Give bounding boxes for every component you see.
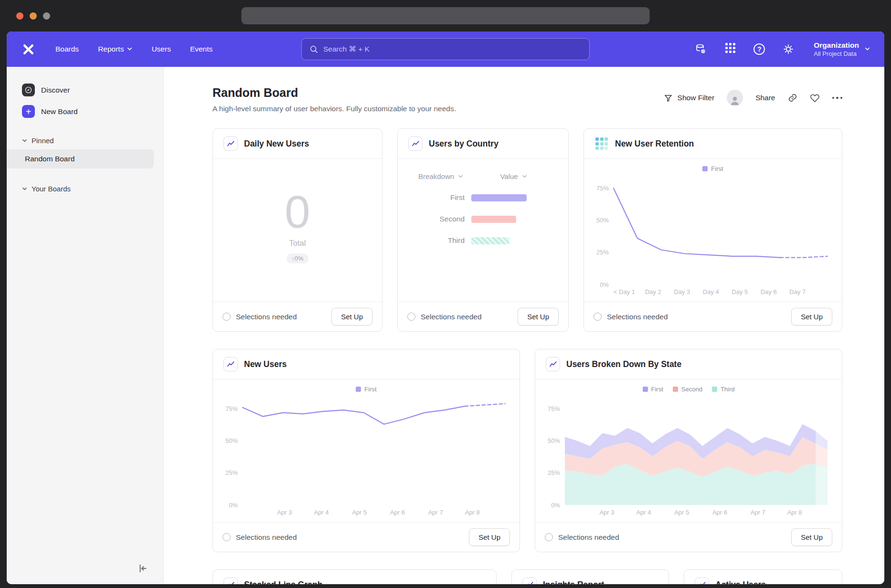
breakdown-bar [471, 237, 509, 244]
copy-link-icon[interactable] [788, 93, 797, 103]
svg-text:Apr 5: Apr 5 [674, 509, 689, 516]
card-footer: Selections needed Set Up [398, 302, 568, 331]
sidebar-item-label: New Board [41, 107, 78, 116]
chevron-down-icon [522, 175, 527, 178]
card-header: Users by Country [398, 129, 568, 159]
chart-legend: First Second Third [535, 379, 842, 394]
set-up-button[interactable]: Set Up [791, 528, 832, 546]
minimize-window-button[interactable] [30, 12, 37, 20]
legend-item: Second [673, 386, 702, 393]
svg-text:75%: 75% [596, 185, 609, 192]
zoom-window-button[interactable] [43, 12, 50, 20]
svg-text:Apr 3: Apr 3 [277, 509, 292, 516]
card-header: New User Retention [584, 129, 842, 159]
set-up-button[interactable]: Set Up [331, 308, 372, 326]
svg-text:0%: 0% [551, 502, 560, 509]
global-search[interactable] [301, 38, 590, 60]
share-button[interactable]: Share [755, 94, 775, 102]
value-dropdown[interactable]: Value [471, 172, 556, 180]
breakdown-bar [471, 194, 527, 201]
status-label: Selections needed [421, 313, 482, 321]
favorite-heart-icon[interactable] [810, 93, 820, 103]
org-project: All Project Data [814, 50, 857, 58]
svg-text:Day 7: Day 7 [789, 288, 806, 295]
sidebar-item-discover[interactable]: Discover [7, 79, 163, 101]
selections-needed-status: Selections needed [407, 313, 482, 321]
mixpanel-logo[interactable] [21, 42, 35, 56]
nav-items: Boards Reports Users Events [55, 45, 212, 53]
selections-needed-status: Selections needed [223, 533, 297, 542]
insights-chart-icon [408, 136, 423, 151]
legend-label: Second [681, 386, 702, 393]
insights-chart-icon [522, 578, 537, 584]
card-header: Stacked Line Graph [213, 570, 496, 584]
search-input[interactable] [323, 45, 582, 53]
card-header: Users Broken Down By State [535, 349, 842, 379]
breakdown-row-label: Second [410, 215, 471, 223]
org-switcher[interactable]: Organization All Project Data [814, 41, 870, 58]
nav-reports[interactable]: Reports [98, 45, 132, 53]
plus-icon: + [22, 105, 35, 118]
insights-chart-icon [223, 357, 238, 371]
insights-chart-icon [223, 578, 238, 584]
card-header: Active Users [684, 570, 842, 584]
svg-text:Apr 4: Apr 4 [314, 509, 329, 516]
data-management-icon[interactable] [694, 43, 707, 55]
metric-delta-badge: ↑0% [286, 253, 308, 263]
svg-text:50%: 50% [596, 217, 609, 224]
set-up-button[interactable]: Set Up [518, 308, 559, 326]
metric-big-value: 0 [285, 189, 310, 235]
settings-gear-icon[interactable] [782, 43, 795, 55]
set-up-button[interactable]: Set Up [791, 308, 832, 326]
apps-grid-icon[interactable] [724, 43, 736, 55]
new-users-line-chart[interactable]: 75%50%25%0%Apr 3Apr 4Apr 5Apr 6Apr 7Apr … [221, 394, 512, 518]
section-label: Pinned [32, 136, 54, 145]
show-filter-button[interactable]: Show Filter [664, 94, 715, 103]
card-active-users: Active Users [684, 569, 842, 584]
nav-boards[interactable]: Boards [55, 45, 79, 53]
card-title: Users by Country [429, 139, 499, 149]
help-icon[interactable]: ? [753, 43, 765, 55]
avatar[interactable] [727, 90, 743, 106]
search-icon [309, 45, 318, 53]
breakdown-dropdown-label: Breakdown [418, 172, 454, 180]
set-up-button[interactable]: Set Up [469, 528, 510, 546]
more-options-icon[interactable] [832, 97, 843, 99]
svg-text:Apr 6: Apr 6 [712, 509, 727, 516]
retention-line-chart[interactable]: 75%50%25%0%< Day 1Day 2Day 3Day 4Day 5Da… [592, 173, 834, 298]
sidebar-item-new-board[interactable]: + New Board [7, 101, 163, 122]
card-footer: Selections needed Set Up [213, 302, 382, 331]
status-circle-icon [223, 313, 231, 321]
collapse-sidebar-button[interactable] [137, 562, 149, 575]
address-bar[interactable] [242, 7, 650, 24]
insights-chart-icon [223, 136, 238, 151]
nav-users[interactable]: Users [151, 45, 170, 53]
window-controls [16, 12, 50, 20]
close-window-button[interactable] [16, 12, 23, 20]
sidebar: Discover + New Board Pinned Random Board… [7, 67, 164, 584]
breakdown-dropdown[interactable]: Breakdown [410, 172, 471, 180]
svg-text:0%: 0% [600, 281, 609, 288]
status-circle-icon [594, 313, 602, 321]
nav-events[interactable]: Events [190, 45, 212, 53]
selections-needed-status: Selections needed [223, 313, 297, 321]
retention-grid-icon [594, 136, 609, 151]
legend-item: First [702, 165, 723, 172]
sidebar-item-label: Discover [41, 86, 70, 94]
svg-text:Apr 5: Apr 5 [352, 509, 367, 516]
svg-text:50%: 50% [225, 437, 238, 444]
sidebar-item-random-board[interactable]: Random Board [7, 149, 154, 168]
card-stacked-line-graph: Stacked Line Graph [212, 569, 497, 584]
cards-row: Daily New Users 0 Total ↑0% Selections n… [212, 128, 842, 332]
chevron-down-icon [22, 187, 27, 191]
card-daily-new-users: Daily New Users 0 Total ↑0% Selections n… [212, 128, 382, 332]
page-subtitle: A high-level summary of user behaviors. … [212, 105, 456, 113]
svg-text:50%: 50% [548, 437, 560, 444]
sidebar-section-pinned[interactable]: Pinned [7, 133, 163, 148]
sidebar-section-your-boards[interactable]: Your Boards [7, 181, 163, 197]
svg-text:25%: 25% [548, 469, 560, 476]
show-filter-label: Show Filter [678, 94, 715, 102]
state-stacked-area-chart[interactable]: 75%50%25%0%Apr 3Apr 4Apr 5Apr 6Apr 7Apr … [543, 394, 834, 518]
top-navbar: Boards Reports Users Events ? Organiza [7, 32, 884, 67]
chart-legend: First [584, 159, 842, 173]
